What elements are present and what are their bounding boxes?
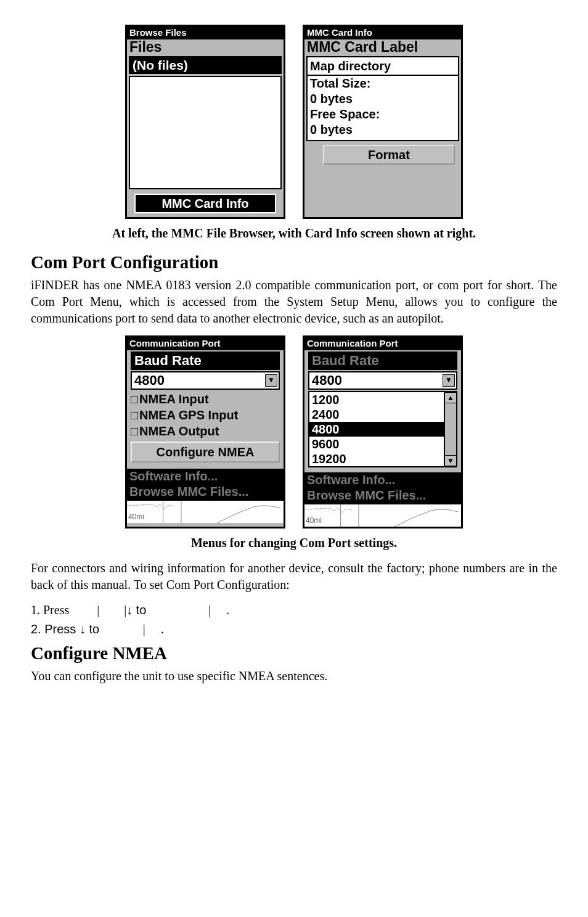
map-strip-right: 40mi xyxy=(304,503,461,527)
baud-rate-combo-right[interactable]: 4800 ▼ xyxy=(308,371,457,390)
browse-files-titlebar: Browse Files xyxy=(127,27,284,39)
comport-left-titlebar: Communication Port xyxy=(127,337,284,350)
total-size-value: 0 bytes xyxy=(306,91,459,107)
format-button[interactable]: Format xyxy=(323,145,455,165)
baud-option-19200[interactable]: 19200 xyxy=(309,451,444,466)
mmc-card-info-button[interactable]: MMC Card Info xyxy=(134,194,276,213)
figure-row-2: Communication Port Baud Rate 4800 ▼ NMEA… xyxy=(31,335,557,528)
figure-row-1: Browse Files Files (No files) MMC Card I… xyxy=(31,25,557,219)
file-list-area xyxy=(129,76,282,189)
map-scale-right: 40mi xyxy=(306,516,322,525)
browse-files-header: Files xyxy=(127,39,284,56)
configure-nmea-paragraph: You can configure the unit to use specif… xyxy=(31,668,557,685)
configure-nmea-button[interactable]: Configure NMEA xyxy=(131,442,280,463)
configure-nmea-heading: Configure NMEA xyxy=(31,641,557,665)
browse-mmc-menuitem-right[interactable]: Browse MMC Files... xyxy=(304,488,461,503)
dropdown-scrollbar[interactable]: ▲ ▼ xyxy=(444,392,456,466)
mmc-titlebar: MMC Card Info xyxy=(304,27,461,39)
comport-screen-right: Communication Port Baud Rate 4800 ▼ 1200… xyxy=(303,335,463,528)
mmc-card-info-screen: MMC Card Info MMC Card Label Map directo… xyxy=(303,25,463,219)
wiring-paragraph: For connectors and wiring information fo… xyxy=(31,560,557,593)
software-info-menuitem-right[interactable]: Software Info... xyxy=(304,472,461,488)
comport-screen-left: Communication Port Baud Rate 4800 ▼ NMEA… xyxy=(125,335,285,528)
free-space-label: Free Space: xyxy=(306,107,459,122)
browse-files-screen: Browse Files Files (No files) MMC Card I… xyxy=(125,25,285,219)
com-port-paragraph: iFINDER has one NMEA 0183 version 2.0 co… xyxy=(31,277,557,327)
nmea-input-checkbox[interactable]: NMEA Input xyxy=(127,391,284,407)
baud-rate-value-left: 4800 xyxy=(134,373,165,388)
total-size-label: Total Size: xyxy=(306,76,459,91)
free-space-value: 0 bytes xyxy=(306,122,459,141)
scroll-down-icon[interactable]: ▼ xyxy=(444,455,457,466)
browse-mmc-menuitem-left[interactable]: Browse MMC Files... xyxy=(127,484,284,500)
map-scale-left: 40mi xyxy=(128,512,144,522)
scroll-up-icon[interactable]: ▲ xyxy=(444,392,457,403)
software-info-menuitem-left[interactable]: Software Info... xyxy=(127,469,284,484)
figure2-caption: Menus for changing Com Port settings. xyxy=(31,535,557,551)
nmea-gps-input-checkbox[interactable]: NMEA GPS Input xyxy=(127,407,284,423)
mmc-card-label-header: MMC Card Label xyxy=(304,39,461,56)
baud-option-2400[interactable]: 2400 xyxy=(309,407,444,422)
baud-option-9600[interactable]: 9600 xyxy=(309,437,444,451)
step-1: 1. Press | |↓ to | . xyxy=(31,602,557,619)
baud-rate-combo-left[interactable]: 4800 ▼ xyxy=(131,371,280,390)
nmea-output-checkbox[interactable]: NMEA Output xyxy=(127,423,284,439)
baud-rate-label-right: Baud Rate xyxy=(308,352,457,370)
baud-option-4800[interactable]: 4800 xyxy=(309,422,444,437)
map-strip-left: 40mi xyxy=(127,500,284,523)
baud-option-1200[interactable]: 1200 xyxy=(309,392,444,407)
chevron-down-icon[interactable]: ▼ xyxy=(265,374,277,387)
chevron-down-icon[interactable]: ▼ xyxy=(443,374,455,387)
step-2: 2. Press ↓ to | . xyxy=(31,621,557,638)
baud-rate-dropdown[interactable]: 1200 2400 4800 9600 19200 ▲ ▼ xyxy=(308,391,457,467)
browse-files-selected[interactable]: (No files) xyxy=(129,56,282,74)
com-port-heading: Com Port Configuration xyxy=(31,250,557,274)
figure1-caption: At left, the MMC File Browser, with Card… xyxy=(31,225,557,242)
map-directory-line: Map directory xyxy=(306,56,459,76)
comport-right-titlebar: Communication Port xyxy=(304,337,461,350)
baud-rate-label-left: Baud Rate xyxy=(131,352,280,370)
baud-rate-value-right: 4800 xyxy=(312,373,342,388)
